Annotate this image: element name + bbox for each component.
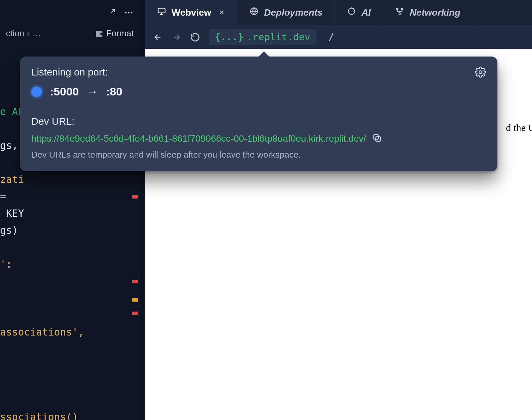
back-button[interactable] — [153, 32, 163, 42]
network-icon — [395, 7, 404, 18]
svg-point-1 — [128, 12, 130, 13]
globe-icon — [249, 7, 259, 18]
code-line: associations', — [0, 324, 140, 341]
code-line — [0, 273, 140, 290]
dev-url-link[interactable]: https://84e9ed64-5c6d-4fe4-b661-861f7090… — [31, 133, 366, 144]
code-line — [0, 307, 140, 324]
code-line — [0, 290, 140, 307]
code-line: ': — [0, 256, 140, 273]
tab-deployments[interactable]: Deployments — [237, 0, 335, 25]
port-to: :80 — [106, 85, 122, 98]
breadcrumb-more[interactable]: … — [33, 28, 41, 39]
monitor-icon — [157, 7, 166, 18]
code-line — [0, 341, 140, 357]
code-line — [0, 357, 140, 374]
code-line: gs) — [0, 222, 140, 239]
format-icon — [95, 30, 103, 38]
code-line — [0, 374, 140, 391]
popover-devurl-label: Dev URL: — [31, 116, 486, 127]
gutter-error-mark — [132, 312, 138, 315]
popover-note: Dev URLs are temporary and will sleep af… — [31, 150, 486, 160]
svg-point-2 — [131, 12, 132, 13]
forward-button[interactable] — [172, 32, 182, 42]
editor-topbar — [0, 0, 140, 25]
gutter-warn-mark — [132, 298, 138, 302]
tab-label: AI — [361, 7, 371, 18]
url-chip-prefix: {...} — [215, 32, 244, 43]
more-icon[interactable] — [124, 8, 134, 18]
tab-label: Webview — [172, 7, 211, 18]
code-line: ssociations() — [0, 408, 140, 420]
expand-icon[interactable] — [107, 8, 116, 17]
svg-rect-3 — [96, 31, 102, 32]
tab-networking[interactable]: Networking — [383, 0, 472, 25]
code-line: _KEY — [0, 205, 140, 222]
editor-breadcrumb: ction › … Format — [0, 25, 140, 42]
format-button[interactable]: Format — [95, 28, 134, 39]
code-line: = — [0, 188, 140, 205]
port-popover: Listening on port: :5000 → :80 Dev URL: … — [20, 57, 497, 171]
format-label: Format — [106, 28, 134, 39]
svg-point-12 — [479, 71, 482, 74]
svg-point-9 — [397, 8, 398, 10]
copy-icon[interactable] — [372, 133, 382, 144]
svg-point-10 — [401, 8, 403, 10]
breadcrumb-item[interactable]: ction — [6, 28, 24, 39]
ai-icon — [347, 7, 356, 18]
svg-point-11 — [399, 13, 401, 15]
url-chip-domain: .replit.dev — [247, 32, 311, 43]
reload-button[interactable] — [190, 32, 200, 42]
svg-rect-6 — [158, 8, 165, 13]
gutter-error-mark — [132, 280, 138, 283]
tab-label: Deployments — [264, 7, 323, 18]
chevron-right-icon: › — [27, 28, 30, 39]
tab-ai[interactable]: AI — [335, 0, 383, 25]
url-host-chip[interactable]: {...}.replit.dev — [209, 29, 317, 45]
tab-webview[interactable]: Webview — [145, 0, 237, 25]
svg-rect-5 — [96, 35, 102, 36]
popover-listening-label: Listening on port: — [31, 67, 122, 78]
tabs: WebviewDeploymentsAINetworking — [145, 0, 532, 25]
webview-navbar: {...}.replit.dev / — [145, 25, 532, 49]
gutter-error-mark — [132, 195, 138, 199]
close-icon[interactable] — [218, 7, 225, 18]
svg-point-0 — [125, 12, 127, 13]
svg-rect-4 — [96, 33, 100, 34]
url-path[interactable]: / — [329, 32, 334, 43]
page-text-fragment: d the U — [506, 122, 532, 133]
arrow-right-icon: → — [87, 85, 98, 98]
port-mapping-row: :5000 → :80 — [31, 85, 122, 98]
status-dot-active — [31, 86, 42, 97]
code-line — [0, 391, 140, 408]
popover-divider — [31, 107, 486, 107]
code-line — [0, 239, 140, 256]
gear-icon[interactable] — [475, 67, 486, 79]
port-from: :5000 — [50, 85, 79, 98]
code-line: zati — [0, 171, 140, 188]
tab-label: Networking — [410, 7, 460, 18]
